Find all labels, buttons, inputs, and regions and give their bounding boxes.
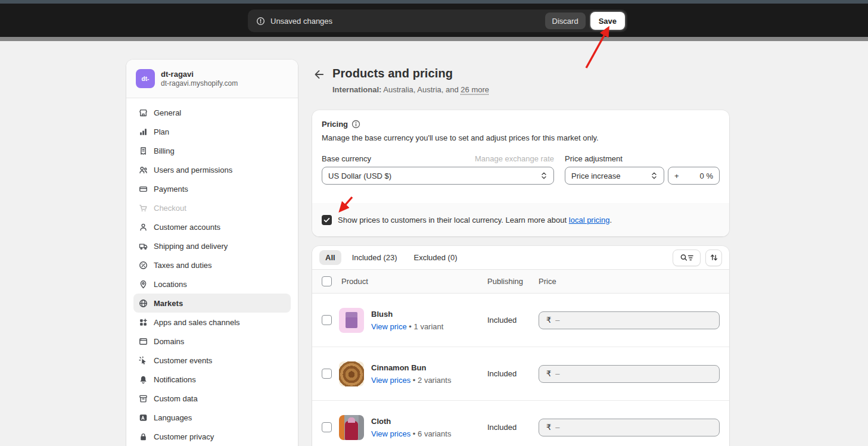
currency-symbol: ₹ [546,369,551,378]
divider-strip [0,37,868,41]
receipt-icon [138,146,148,155]
cursor-icon [138,355,148,365]
search-filter-button[interactable] [673,249,701,266]
sidebar-item-label: Plan [154,127,169,136]
currency-symbol: ₹ [546,316,551,325]
view-price-link[interactable]: View prices [371,376,410,385]
row-checkbox[interactable] [322,369,332,379]
sidebar-item-shipping[interactable]: Shipping and delivery [133,236,291,255]
sidebar-item-label: General [154,108,181,117]
product-filter-tabs: All Included (23) Excluded (0) [312,246,729,270]
view-price-link[interactable]: View prices [371,429,410,438]
price-adjustment-select[interactable]: Price increase [565,167,664,185]
dot-separator: • [409,322,412,331]
info-icon[interactable] [351,120,360,129]
settings-sidebar: dt- dt-ragavi dt-ragavi.myshopify.com Ge… [126,60,298,446]
price-adjustment-label: Price adjustment [565,154,623,163]
product-thumbnail [339,308,364,333]
table-row: Cinnamon Bun View prices • 2 variants In… [312,347,729,401]
sort-button[interactable] [705,249,722,266]
sidebar-item-general[interactable]: General [133,103,291,122]
sidebar-item-payments[interactable]: Payments [133,179,291,198]
sidebar-item-customer-accounts[interactable]: Customer accounts [133,217,291,236]
price-input[interactable]: ₹ – [539,311,720,329]
product-thumbnail [339,415,364,440]
publishing-status: Included [487,369,539,378]
sidebar-item-billing[interactable]: Billing [133,141,291,160]
sidebar-item-locations[interactable]: Locations [133,275,291,294]
sidebar-item-users[interactable]: Users and permissions [133,160,291,179]
dot-separator: • [413,429,416,438]
variant-count: 6 variants [418,429,451,438]
sidebar-item-apps[interactable]: Apps and sales channels [133,313,291,332]
page-title: Products and pricing [332,60,729,80]
tab-all[interactable]: All [319,250,341,265]
window-icon [138,336,148,346]
row-checkbox[interactable] [322,315,332,325]
price-input[interactable]: ₹ – [539,365,720,383]
sidebar-item-label: Payments [154,185,188,194]
settings-page: Unsaved changes Discard Save dt- dt-raga… [0,0,868,446]
sidebar-item-languages[interactable]: Languages [133,408,291,427]
chevron-updown-icon [540,171,547,180]
tab-included[interactable]: Included (23) [346,250,403,265]
main-content: Products and pricing International: Aust… [312,60,729,94]
local-currency-checkbox[interactable] [322,215,332,225]
publishing-status: Included [487,423,539,432]
sidebar-item-custom-data[interactable]: Custom data [133,389,291,408]
pricing-card-title: Pricing [322,120,348,129]
product-thumbnail [339,361,364,386]
adjustment-amount: 0 % [700,171,713,180]
currency-symbol: ₹ [546,423,551,432]
local-currency-row: Show prices to customers in their local … [312,203,729,236]
sidebar-item-domains[interactable]: Domains [133,332,291,351]
adjustment-percent-input[interactable]: + 0 % [668,167,720,185]
sidebar-item-label: Notifications [154,375,196,384]
product-name: Cloth [371,417,487,426]
dot-separator: • [413,376,416,385]
base-currency-select[interactable]: US Dollar (USD $) [322,167,554,185]
adjustment-sign: + [674,171,700,180]
sidebar-item-label: Customer accounts [154,223,220,232]
variant-count: 2 variants [418,376,451,385]
more-countries-link[interactable]: 26 more [461,85,489,94]
sidebar-item-label: Shipping and delivery [154,242,228,251]
back-arrow-icon[interactable] [312,68,325,81]
view-price-link[interactable]: View price [371,322,407,331]
price-adjustment-value: Price increase [571,171,651,180]
row-checkbox[interactable] [322,422,332,432]
store-switcher[interactable]: dt- dt-ragavi dt-ragavi.myshopify.com [126,60,298,98]
users-icon [138,165,148,174]
sidebar-item-label: Apps and sales channels [154,318,240,327]
table-row: Blush View price • 1 variant Included ₹ … [312,294,729,347]
sidebar-item-label: Domains [154,337,184,346]
price-placeholder: – [555,316,559,325]
column-product: Product [341,277,487,286]
variant-count: 1 variant [414,322,444,331]
table-row: Cloth View prices • 6 variants Included … [312,401,729,446]
price-input[interactable]: ₹ – [539,419,720,436]
select-all-checkbox[interactable] [322,276,332,286]
save-button[interactable]: Save [590,12,625,30]
tab-excluded[interactable]: Excluded (0) [408,250,463,265]
manage-exchange-rate-label: Manage exchange rate [475,154,554,163]
product-name: Cinnamon Bun [371,363,487,372]
sidebar-item-notifications[interactable]: Notifications [133,370,291,389]
base-currency-value: US Dollar (USD $) [328,171,540,180]
store-name: dt-ragavi [161,69,238,79]
discard-button[interactable]: Discard [545,13,586,29]
sidebar-item-plan[interactable]: Plan [133,122,291,141]
page-subtitle: International: Australia, Austria, and 2… [332,85,729,94]
local-pricing-link[interactable]: local pricing [569,216,610,224]
pricing-card-description: Manage the base currency you'll use to s… [322,133,720,142]
sidebar-item-taxes[interactable]: Taxes and duties [133,255,291,275]
unsaved-changes-bar: Unsaved changes Discard Save [248,10,627,32]
sidebar-item-customer-events[interactable]: Customer events [133,351,291,370]
chevron-updown-icon [651,171,658,180]
globe-icon [138,298,148,308]
sidebar-item-markets[interactable]: Markets [133,294,291,313]
sidebar-item-label: Checkout [154,204,186,213]
sidebar-item-customer-privacy[interactable]: Customer privacy [133,427,291,446]
contextual-save-topbar: Unsaved changes Discard Save [0,4,868,37]
apps-icon [138,317,148,327]
